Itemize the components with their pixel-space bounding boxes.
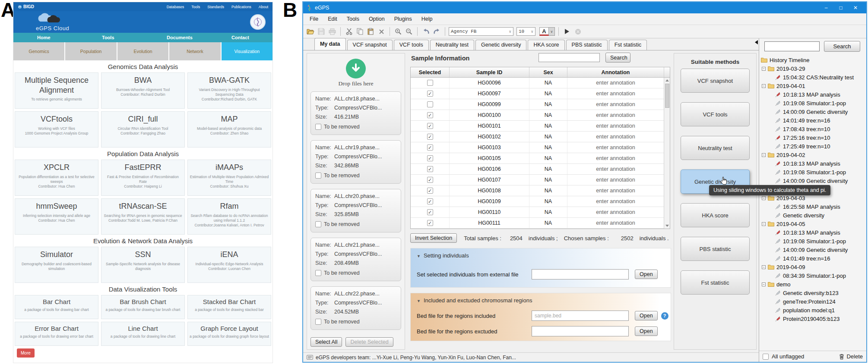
row-checkbox[interactable]: [427, 80, 433, 86]
row-checkbox[interactable]: ✓: [427, 209, 433, 215]
save-icon[interactable]: [317, 27, 326, 36]
expander-icon[interactable]: −: [762, 265, 766, 269]
menu-help[interactable]: Help: [417, 16, 437, 22]
tree-item[interactable]: 15:04:32 CAS:Neutrality test: [761, 73, 865, 82]
cell-annotation[interactable]: enter annotation: [567, 207, 664, 217]
to-be-removed-checkbox[interactable]: [315, 319, 321, 325]
cell-annotation[interactable]: enter annotation: [567, 88, 664, 99]
bed-included-open-button[interactable]: Open: [635, 311, 658, 320]
copy-icon[interactable]: [355, 27, 364, 36]
to-be-removed-checkbox[interactable]: [315, 221, 321, 227]
font-size-select[interactable]: 10∨: [516, 27, 535, 36]
method-button-neutrality-test[interactable]: Neutrality test: [681, 136, 750, 160]
zoom-out-icon[interactable]: [404, 27, 414, 36]
tree-item[interactable]: Genetic diversity: [761, 211, 865, 220]
method-button-hka-score[interactable]: HKA score: [681, 203, 750, 227]
print-icon[interactable]: [327, 27, 337, 36]
tool-card[interactable]: FastEPRRFast & Precise Estimation of Rec…: [101, 160, 185, 196]
menu-plugins[interactable]: Plugins: [390, 16, 417, 22]
more-button[interactable]: More: [17, 348, 35, 358]
history-search-button[interactable]: Search: [824, 41, 860, 52]
tool-card[interactable]: BWA-GATKVariant Discovery in High-Throug…: [187, 72, 271, 109]
tool-card[interactable]: BWABurrows-Wheeler-Alignment ToolContrib…: [101, 72, 185, 109]
to-be-removed-checkbox[interactable]: [315, 124, 321, 130]
row-checkbox[interactable]: ✓: [427, 155, 433, 161]
delete-icon[interactable]: [377, 27, 386, 36]
select-all-button[interactable]: Select All: [310, 337, 342, 347]
play-icon[interactable]: [562, 27, 572, 36]
tree-item[interactable]: 10:19:08 Simulator:1-pop: [761, 168, 865, 176]
menu-tools[interactable]: Tools: [342, 16, 364, 22]
category-tab-genomics[interactable]: Genomics: [13, 42, 64, 60]
tab-neutrality-test[interactable]: Neutrality test: [430, 40, 474, 50]
row-checkbox[interactable]: [427, 101, 433, 107]
to-be-removed-checkbox[interactable]: [315, 173, 321, 179]
tool-card[interactable]: Bar Brush Charta package of tools for dr…: [101, 295, 185, 319]
topbar-menu-item[interactable]: Standards: [207, 5, 224, 9]
table-row[interactable]: ✓HG00100NAenter annotation: [411, 110, 670, 121]
category-tab-population[interactable]: Population: [65, 42, 116, 60]
cell-annotation[interactable]: enter annotation: [567, 142, 664, 153]
category-tab-evolution[interactable]: Evolution: [117, 42, 168, 60]
expander-icon[interactable]: −: [762, 84, 766, 88]
tool-card[interactable]: Error Bar Charta package of tools for dr…: [15, 322, 98, 346]
tool-card[interactable]: SimulatorDemography builder and coalesce…: [15, 247, 98, 283]
nav-item-contact[interactable]: Contact: [208, 35, 272, 40]
cell-annotation[interactable]: enter annotation: [567, 185, 664, 196]
tree-item[interactable]: 10:19:08 Simulator:1-pop: [761, 237, 865, 245]
method-button-vcf-tools[interactable]: VCF tools: [681, 102, 750, 126]
topbar-menu-item[interactable]: Tools: [191, 5, 200, 9]
to-be-removed-checkbox[interactable]: [315, 270, 321, 276]
expander-icon[interactable]: −: [762, 222, 766, 226]
topbar-menu-item[interactable]: About: [259, 5, 268, 9]
tree-group[interactable]: −2019-04-09: [761, 263, 865, 271]
method-button-pbs-statistic[interactable]: PBS statistic: [681, 237, 750, 261]
cell-annotation[interactable]: enter annotation: [567, 121, 664, 131]
title-bar[interactable]: eGPS – □ ✕: [303, 2, 866, 13]
cell-annotation[interactable]: enter annotation: [567, 78, 664, 88]
cell-annotation[interactable]: enter annotation: [567, 218, 664, 228]
sample-search-input[interactable]: [539, 53, 600, 62]
table-row[interactable]: ✓HG00108NAenter annotation: [411, 185, 670, 196]
font-family-select[interactable]: Agency FB∨: [449, 27, 513, 36]
table-row[interactable]: ✓HG00102NAenter annotation: [411, 132, 670, 142]
cell-annotation[interactable]: enter annotation: [567, 110, 664, 120]
scroll-up-icon[interactable]: [665, 79, 669, 82]
collapse-left-icon[interactable]: [755, 40, 758, 44]
tool-card[interactable]: VCFtoolsWorking with VCF files1000 Genom…: [15, 111, 98, 147]
paste-icon[interactable]: [366, 27, 375, 36]
tool-card[interactable]: Line Charta package of tools for drawing…: [101, 322, 185, 346]
tree-item[interactable]: Protein20190405:b123: [761, 314, 865, 323]
tool-card[interactable]: Multiple Sequence AlignmentTo retrieve g…: [15, 72, 98, 109]
row-checkbox[interactable]: ✓: [427, 177, 433, 183]
cell-annotation[interactable]: enter annotation: [567, 99, 664, 110]
tree-item[interactable]: 10:18:13 MAP analysis: [761, 159, 865, 168]
table-row[interactable]: ✓HG00109NAenter annotation: [411, 196, 670, 207]
bed-excluded-input[interactable]: [532, 326, 629, 336]
menu-edit[interactable]: Edit: [323, 16, 342, 22]
maximize-button[interactable]: □: [833, 2, 848, 13]
cell-annotation[interactable]: enter annotation: [567, 196, 664, 207]
tool-card[interactable]: Stacked Bar Charta package of tools for …: [187, 295, 271, 319]
tool-card[interactable]: Graph Force Layouta package of tools for…: [187, 322, 271, 346]
help-icon[interactable]: ?: [661, 312, 668, 320]
cut-icon[interactable]: [344, 27, 354, 36]
table-row[interactable]: HG00096NAenter annotation: [411, 78, 670, 88]
tool-card[interactable]: iENAIndividual-specific Edge-Network Ana…: [187, 247, 271, 283]
tool-card[interactable]: RfamSearch Rfam database to do ncRNA ann…: [187, 198, 271, 235]
tab-my-data[interactable]: My data: [314, 38, 346, 50]
tree-item[interactable]: 14:00:09 Genetic diversity: [761, 176, 865, 185]
bigd-brand[interactable]: BIGD: [18, 4, 34, 9]
tree-group[interactable]: −2019-03-29: [761, 64, 865, 73]
cell-annotation[interactable]: enter annotation: [567, 132, 664, 142]
tree-item[interactable]: 17:25:49 tree:n=10: [761, 142, 865, 151]
table-row[interactable]: ✓HG00097NAenter annotation: [411, 88, 670, 99]
tree-item[interactable]: 14:00:09 Genetic diversity: [761, 245, 865, 254]
tree-item[interactable]: 14:00:09 Genetic diversity: [761, 107, 865, 116]
regions-header[interactable]: ▼Included and exctuded chromosmal region…: [411, 293, 671, 304]
row-checkbox[interactable]: ✓: [427, 91, 433, 97]
tool-card[interactable]: XPCLRPopulation differentiation as a tes…: [15, 160, 98, 196]
menu-option[interactable]: Option: [364, 16, 390, 22]
row-checkbox[interactable]: ✓: [427, 220, 433, 226]
external-file-open-button[interactable]: Open: [635, 270, 658, 279]
